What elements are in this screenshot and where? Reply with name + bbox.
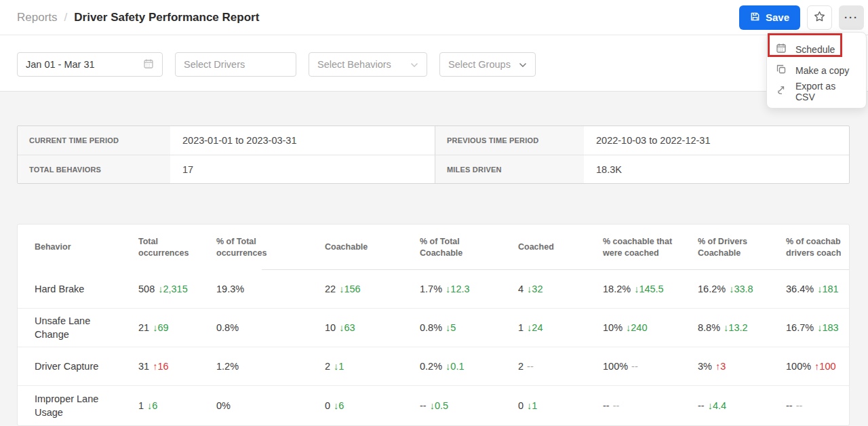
cell-trend: ↓69 <box>153 322 168 333</box>
column-header-pct-total-coachable: % of Total Coachable <box>420 225 518 270</box>
top-bar: Reports / Driver Safety Performance Repo… <box>0 0 868 35</box>
table-cell: --↓4.4 <box>698 386 786 425</box>
cell-value: 0% <box>216 400 231 411</box>
cell-trend: ↓1 <box>527 400 537 411</box>
breadcrumb-reports-link[interactable]: Reports <box>17 11 58 24</box>
behavior-name: Improper Lane Usage <box>35 386 138 425</box>
toolbar-actions: Save ··· <box>739 5 864 30</box>
cell-value: 10 <box>325 322 336 333</box>
save-button[interactable]: Save <box>739 5 800 30</box>
summary-label-current-period: CURRENT TIME PERIOD <box>18 126 170 155</box>
cell-trend: ↓6 <box>334 400 344 411</box>
cell-value: 508 <box>138 284 155 294</box>
column-header-pct-coachable-coached: % coachable that were coached <box>603 225 698 270</box>
behaviors-filter[interactable]: Select Behaviors <box>309 52 427 77</box>
table-cell: 10%↓240 <box>603 309 698 347</box>
cell-trend: ↓32 <box>527 284 542 294</box>
cell-trend: ↓33.8 <box>729 284 753 294</box>
table-cell: 0% <box>216 386 325 425</box>
table-cell: 21↓69 <box>138 309 216 347</box>
cell-value: -- <box>420 400 427 411</box>
summary-value-previous-period: 2022-10-03 to 2022-12-31 <box>584 126 849 155</box>
cell-trend: ↑3 <box>715 361 726 372</box>
breadcrumb: Reports / Driver Safety Performance Repo… <box>17 11 259 24</box>
column-header-total-occurrences: Total occurrences <box>138 225 216 270</box>
menu-item-label: Make a copy <box>795 65 849 76</box>
cell-trend: ↓5 <box>446 322 456 333</box>
cell-trend: ↓181 <box>817 284 838 294</box>
cell-trend: ↓183 <box>817 322 838 333</box>
table-cell: 1↓24 <box>518 309 603 347</box>
cell-trend: ↓156 <box>339 284 360 294</box>
table-cell: 3%↑3 <box>698 347 786 385</box>
copy-icon <box>776 64 787 77</box>
table-cell: 19.3% <box>216 270 325 308</box>
cell-trend: ↓0.5 <box>430 400 448 411</box>
cell-value: 0.8% <box>420 322 442 333</box>
column-header-coachable: Coachable <box>325 225 420 270</box>
menu-item-export-csv[interactable]: Export as CSV <box>767 81 866 102</box>
table-cell: 100%-- <box>603 347 698 385</box>
cell-trend: ↓6 <box>147 400 157 411</box>
table-cell: 10↓63 <box>325 309 420 347</box>
menu-item-make-a-copy[interactable]: Make a copy <box>767 60 866 81</box>
cell-trend: ↓24 <box>527 322 542 333</box>
cell-value: 22 <box>325 284 336 294</box>
summary-value-current-period: 2023-01-01 to 2023-03-31 <box>170 126 435 155</box>
table-cell: 1↓6 <box>138 386 216 425</box>
cell-value: 19.3% <box>216 284 244 294</box>
cell-trend: ↑16 <box>153 361 168 372</box>
cell-value: 36.4% <box>786 284 814 294</box>
table-row: Improper Lane Usage 1↓6 0% 0↓6 --↓0.5 0↓… <box>18 386 850 425</box>
table-cell: --↓0.5 <box>420 386 518 425</box>
cell-trend: -- <box>796 400 803 411</box>
cell-value: 0.8% <box>216 322 239 333</box>
cell-trend: ↑100 <box>814 361 835 372</box>
drivers-filter[interactable]: Select Drivers <box>175 52 296 77</box>
cell-value: 1.7% <box>420 284 442 294</box>
cell-value: 1 <box>138 400 144 411</box>
cell-value: 8.8% <box>698 322 720 333</box>
behavior-name: Hard Brake <box>35 270 138 308</box>
table-cell: 1.2% <box>216 347 325 385</box>
table-cell: 508↓2,315 <box>138 270 216 308</box>
cell-trend: ↓1 <box>334 361 344 372</box>
cell-trend: ↓63 <box>339 322 355 333</box>
summary-label-total-behaviors: TOTAL BEHAVIORS <box>18 155 170 183</box>
calendar-icon <box>143 58 154 71</box>
table-cell: 18.2%↓145.5 <box>603 270 698 308</box>
behaviors-filter-placeholder: Select Behaviors <box>317 59 391 70</box>
star-icon <box>813 10 826 25</box>
cell-value: 0.2% <box>420 361 442 372</box>
menu-item-schedule[interactable]: Schedule <box>767 39 866 60</box>
table-cell: 31↑16 <box>138 347 216 385</box>
groups-filter[interactable]: Select Groups <box>439 52 536 77</box>
table-cell: 0.2%↓0.1 <box>420 347 518 385</box>
more-actions-button[interactable]: ··· <box>839 5 864 30</box>
table-cell: 36.4%↓181 <box>786 270 850 308</box>
menu-item-label: Export as CSV <box>795 81 857 102</box>
date-range-filter[interactable]: Jan 01 - Mar 31 <box>17 52 163 77</box>
summary-label-miles-driven: MILES DRIVEN <box>435 155 584 183</box>
table-cell: 4↓32 <box>518 270 603 308</box>
cell-trend: -- <box>613 400 620 411</box>
export-icon <box>776 85 787 98</box>
cell-trend: ↓4.4 <box>708 400 726 411</box>
favorite-button[interactable] <box>807 5 832 30</box>
save-icon <box>750 12 760 24</box>
cell-value: 3% <box>698 361 712 372</box>
table-row: Driver Capture 31↑16 1.2% 2↓1 0.2%↓0.1 2… <box>18 347 850 386</box>
summary-value-miles-driven: 18.3K <box>584 155 849 183</box>
cell-trend: ↓145.5 <box>634 284 664 294</box>
ellipsis-icon: ··· <box>844 12 859 23</box>
cell-value: 0 <box>325 400 330 411</box>
table-cell: 16.7%↓183 <box>786 309 850 347</box>
table-cell: 0↓1 <box>518 386 603 425</box>
cell-trend: ↓240 <box>626 322 647 333</box>
table-row: Unsafe Lane Change 21↓69 0.8% 10↓63 0.8%… <box>18 309 850 347</box>
cell-value: -- <box>603 400 610 411</box>
column-header-pct-total-occurrences: % of Total occurrences <box>216 225 325 270</box>
table-cell: 0↓6 <box>325 386 420 425</box>
table-cell: 2↓1 <box>325 347 420 385</box>
summary-label-previous-period: PREVIOUS TIME PERIOD <box>435 126 584 155</box>
